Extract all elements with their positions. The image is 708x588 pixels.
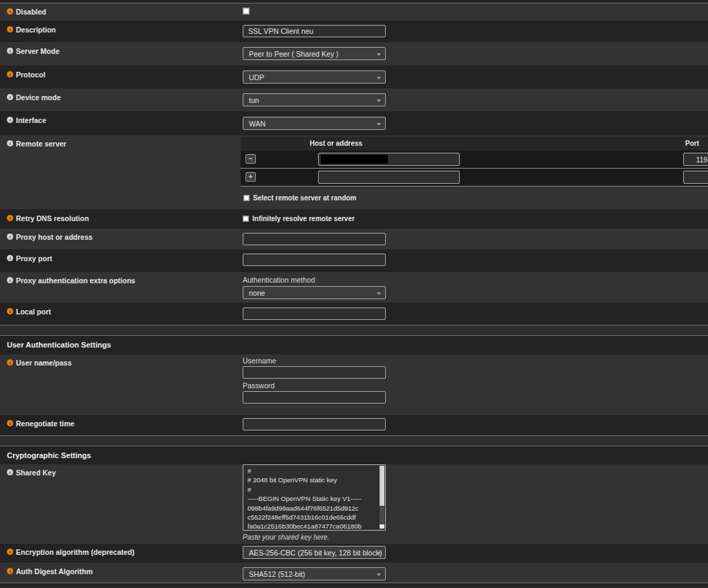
row-device-mode: i Device mode tun	[0, 88, 708, 111]
row-user-name-pass: i User name/pass Username Password	[0, 354, 708, 415]
info-icon: i	[7, 215, 13, 221]
description-input[interactable]	[243, 25, 386, 37]
row-shared-key: i Shared Key Paste your shared key here.	[0, 464, 708, 544]
field-label-remote-server: Remote server	[16, 140, 66, 148]
field-label-encryption-algorithm: Encryption algorithm (deprecated)	[16, 548, 135, 556]
row-disabled: i Disabled	[0, 3, 708, 21]
field-label-local-port: Local port	[16, 307, 51, 316]
field-label-disabled: Disabled	[16, 8, 46, 16]
info-icon: i	[7, 234, 13, 240]
remote-server-table: Host or address Port − +	[241, 137, 708, 187]
info-icon: i	[7, 420, 13, 426]
field-label-protocol: Protocol	[16, 70, 46, 79]
random-remote-label: Select remote server at random	[253, 194, 357, 202]
host-column-header: Host or address	[310, 140, 362, 147]
protocol-select[interactable]: UDP	[243, 70, 386, 84]
info-icon: i	[7, 8, 13, 15]
row-protocol: i Protocol UDP	[0, 66, 708, 88]
auth-method-sublabel: Authentication method	[243, 276, 708, 284]
retry-dns-label: Infinitely resolve remote server	[252, 215, 355, 222]
info-icon: i	[7, 117, 13, 123]
row-proxy-auth: i Proxy authentication extra options Aut…	[0, 272, 708, 303]
chevron-down-icon	[377, 99, 381, 102]
scrollbar-thumb[interactable]	[380, 466, 384, 506]
remote-server-table-header: Host or address Port	[241, 137, 708, 151]
disabled-checkbox[interactable]	[243, 8, 250, 15]
chevron-down-icon	[377, 573, 381, 576]
field-label-server-mode: Server Mode	[16, 47, 59, 55]
field-label-retry-dns: Retry DNS resolution	[16, 214, 89, 222]
section-crypto: Cryptographic Settings	[0, 446, 708, 464]
interface-select[interactable]: WAN	[243, 117, 386, 130]
delete-row-button[interactable]: −	[245, 154, 256, 164]
info-icon: i	[7, 94, 13, 100]
password-input[interactable]	[243, 391, 386, 404]
shared-key-textarea[interactable]	[243, 464, 386, 531]
section-user-auth: User Authentication Settings	[0, 336, 708, 354]
username-input[interactable]	[243, 366, 386, 379]
resize-grip-icon[interactable]	[380, 524, 384, 529]
row-proxy-port: i Proxy port	[0, 249, 708, 272]
interface-value: WAN	[249, 120, 266, 128]
remote-host-input-1[interactable]	[318, 153, 460, 166]
auth-digest-select[interactable]: SHA512 (512-bit)	[243, 567, 386, 580]
remote-server-row-2: +	[241, 169, 708, 187]
auth-method-value: none	[249, 289, 265, 297]
field-label-description: Description	[16, 26, 56, 34]
info-icon: i	[7, 549, 13, 555]
remote-host-input-2[interactable]	[318, 171, 460, 184]
field-label-proxy-port: Proxy port	[16, 254, 53, 263]
row-renegotiate-time: i Renegotiate time	[0, 415, 708, 435]
openvpn-client-form: i Disabled i Description i Server Mode P…	[0, 0, 708, 588]
info-icon: i	[7, 26, 13, 32]
field-label-auth-digest: Auth Digest Algorithm	[16, 567, 93, 576]
field-label-user-name-pass: User name/pass	[16, 359, 72, 367]
server-mode-value: Peer to Peer ( Shared Key )	[249, 50, 339, 58]
chevron-down-icon	[377, 292, 381, 295]
info-icon: i	[7, 308, 13, 314]
username-sublabel: Username	[243, 357, 708, 365]
row-interface: i Interface WAN	[0, 111, 708, 135]
encryption-algorithm-value: AES-256-CBC (256 bit key, 128 bit block)	[249, 549, 382, 557]
server-mode-select[interactable]: Peer to Peer ( Shared Key )	[243, 47, 386, 60]
shared-key-hint: Paste your shared key here.	[243, 533, 708, 541]
device-mode-select[interactable]: tun	[243, 93, 386, 106]
remote-port-input-2[interactable]	[683, 171, 708, 184]
auth-method-select[interactable]: none	[243, 286, 386, 299]
field-label-proxy-host: Proxy host or address	[16, 233, 93, 241]
info-icon: i	[7, 140, 13, 146]
renegotiate-time-input[interactable]	[243, 418, 386, 430]
info-icon: i	[7, 568, 13, 574]
field-label-renegotiate-time: Renegotiate time	[16, 419, 75, 428]
bottom-divider	[0, 582, 708, 587]
chevron-down-icon	[377, 77, 381, 79]
protocol-value: UDP	[249, 73, 264, 82]
row-description: i Description	[0, 21, 708, 42]
chevron-down-icon	[377, 552, 381, 555]
row-server-mode: i Server Mode Peer to Peer ( Shared Key …	[0, 42, 708, 66]
remote-server-row-1: −	[241, 151, 708, 169]
panel-divider	[0, 435, 708, 446]
proxy-host-input[interactable]	[243, 233, 386, 245]
field-label-proxy-auth: Proxy authentication extra options	[16, 276, 136, 285]
row-proxy-host: i Proxy host or address	[0, 229, 708, 249]
local-port-input[interactable]	[243, 307, 386, 320]
chevron-down-icon	[377, 123, 381, 126]
info-icon: i	[7, 71, 13, 77]
password-sublabel: Password	[243, 381, 708, 390]
add-row-button[interactable]: +	[245, 172, 256, 182]
device-mode-value: tun	[249, 96, 259, 104]
port-column-header: Port	[685, 140, 699, 147]
row-encryption-algorithm: i Encryption algorithm (deprecated) AES-…	[0, 544, 708, 562]
encryption-algorithm-select[interactable]: AES-256-CBC (256 bit key, 128 bit block)	[243, 546, 386, 559]
random-remote-checkbox[interactable]	[243, 195, 250, 201]
row-retry-dns: i Retry DNS resolution Infinitely resolv…	[0, 209, 708, 229]
chevron-down-icon	[377, 53, 381, 56]
auth-digest-value: SHA512 (512-bit)	[249, 570, 305, 578]
remote-port-input-1[interactable]	[683, 153, 708, 166]
info-icon: i	[7, 469, 13, 475]
proxy-port-input[interactable]	[243, 254, 386, 266]
retry-dns-checkbox[interactable]	[243, 216, 249, 222]
field-label-device-mode: Device mode	[16, 93, 61, 102]
info-icon: i	[7, 359, 13, 366]
